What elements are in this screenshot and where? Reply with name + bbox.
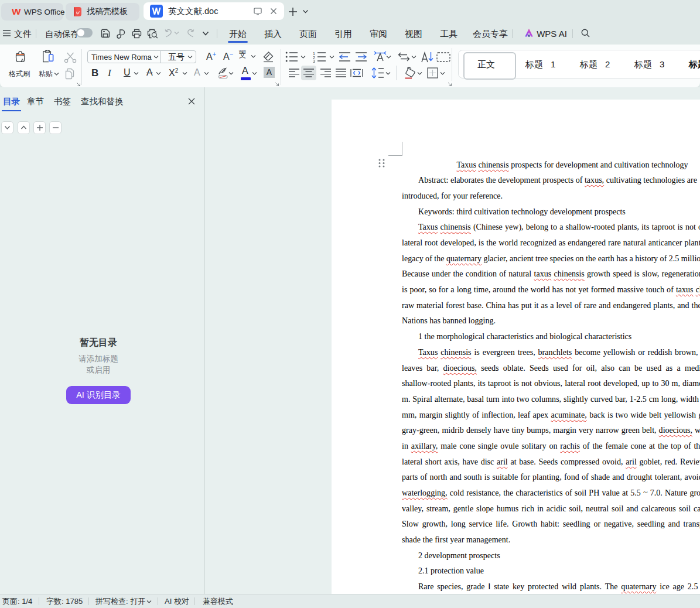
svg-text:1: 1 — [313, 52, 315, 56]
svg-text:3: 3 — [313, 59, 315, 63]
